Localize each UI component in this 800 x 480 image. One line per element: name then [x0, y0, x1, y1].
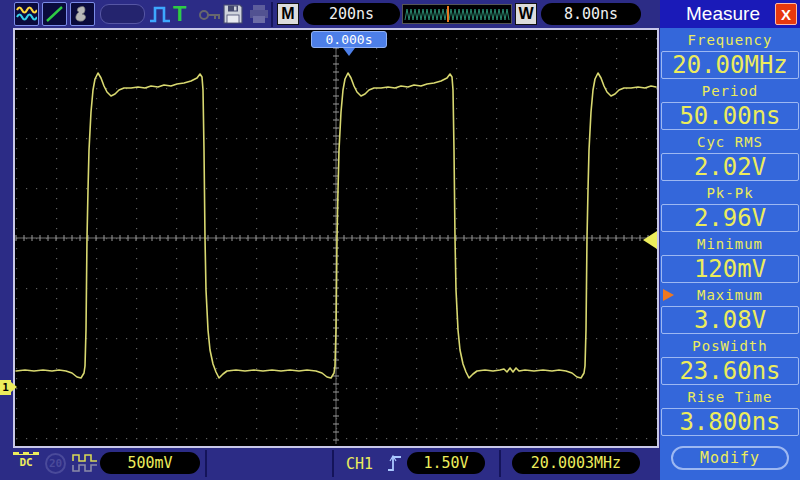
hand-icon[interactable]: [70, 2, 95, 26]
preview-waveform: [403, 5, 511, 23]
measure-item-frequency: Frequency 20.00MHz: [660, 28, 800, 79]
measure-item-period: Period 50.00ns: [660, 79, 800, 130]
measure-item-maximum: Maximum 3.08V: [660, 283, 800, 334]
measure-value: 23.60ns: [661, 357, 799, 385]
selected-item-arrow-icon: [663, 289, 674, 301]
horizontal-position-preview: [402, 4, 512, 24]
coupling-dc-icon: DC: [13, 452, 39, 468]
print-icon[interactable]: [248, 4, 270, 28]
measure-panel-title: Measure X: [660, 0, 800, 28]
waves-glyph: [16, 5, 37, 23]
trigger-source-label: CH1: [346, 455, 373, 473]
measure-label: PosWidth: [660, 334, 800, 357]
measure-label: Pk-Pk: [660, 181, 800, 204]
measure-item-cyc-rms: Cyc RMS 2.02V: [660, 130, 800, 181]
measure-value: 50.00ns: [661, 102, 799, 130]
coupling-dash: [13, 452, 39, 455]
panel-title-text: Measure: [686, 3, 760, 25]
edge-glyph: [387, 453, 404, 473]
measure-value: 3.800ns: [661, 408, 799, 436]
trigger-level-arrow[interactable]: [643, 231, 657, 249]
printer-glyph: [248, 4, 270, 24]
floppy-glyph: [222, 3, 244, 25]
channel-waves-icon[interactable]: [14, 2, 39, 26]
bandwidth-limit-icon: 20: [45, 453, 66, 474]
invert-glyph: [72, 453, 98, 473]
key-icon[interactable]: [198, 7, 222, 26]
measure-item-poswidth: PosWidth 23.60ns: [660, 334, 800, 385]
save-floppy-icon[interactable]: [222, 3, 244, 29]
rising-edge-icon: [387, 453, 404, 477]
measure-label: Rise Time: [660, 385, 800, 408]
measure-panel: Measure X Frequency 20.00MHz Period 50.0…: [660, 0, 800, 480]
main-timebase-badge: M: [277, 3, 299, 25]
top-status-bar: T M 200ns W: [0, 0, 660, 29]
bottombar-divider: [205, 450, 207, 477]
trigger-level-value[interactable]: 1.50V: [407, 452, 485, 474]
measure-label: Minimum: [660, 232, 800, 255]
measure-value: 20.00MHz: [661, 51, 799, 79]
trigger-t-icon[interactable]: T: [173, 1, 186, 26]
key-glyph: [198, 8, 222, 22]
measure-label: Frequency: [660, 28, 800, 51]
measure-label: Cyc RMS: [660, 130, 800, 153]
bottombar-divider: [499, 450, 501, 477]
main-timebase-value[interactable]: 200ns: [303, 3, 400, 25]
window-timebase-value[interactable]: 8.00ns: [541, 3, 641, 25]
measure-label-text: Maximum: [697, 287, 763, 303]
invert-waveform-icon: [72, 453, 98, 477]
volts-per-div-value[interactable]: 500mV: [100, 452, 200, 474]
measure-value: 2.96V: [661, 204, 799, 232]
bottombar-divider: [332, 450, 334, 477]
trigger-position-marker[interactable]: 0.000s: [311, 31, 387, 48]
empty-toolbar-button[interactable]: [100, 4, 145, 24]
measure-item-rise-time: Rise Time 3.800ns: [660, 385, 800, 436]
coupling-label: DC: [19, 456, 32, 469]
oscilloscope-screen: T M 200ns W: [0, 0, 800, 480]
measure-value: 2.02V: [661, 153, 799, 181]
bottom-status-bar: DC 20 500mV CH1 1.50V 20.0003MHz: [0, 447, 660, 480]
pulse-glyph: [149, 4, 171, 24]
channel1-position-marker[interactable]: 1: [0, 380, 11, 395]
line-glyph: [44, 5, 65, 23]
close-icon[interactable]: X: [775, 3, 797, 25]
hand-glyph: [72, 5, 93, 23]
window-timebase-badge: W: [515, 3, 537, 25]
measure-item-pk-pk: Pk-Pk 2.96V: [660, 181, 800, 232]
pulse-icon[interactable]: [149, 4, 171, 28]
modify-button[interactable]: Modify: [671, 446, 789, 470]
measure-item-minimum: Minimum 120mV: [660, 232, 800, 283]
topbar-divider: [271, 2, 273, 27]
measure-value: 3.08V: [661, 306, 799, 334]
trigger-frequency-counter: 20.0003MHz: [512, 452, 640, 474]
measure-value: 120mV: [661, 255, 799, 283]
measure-label: Period: [660, 79, 800, 102]
measure-label: Maximum: [660, 283, 800, 306]
waveform-display: 0.000s: [13, 28, 659, 448]
graticule: [15, 30, 657, 446]
line-tool-icon[interactable]: [42, 2, 67, 26]
